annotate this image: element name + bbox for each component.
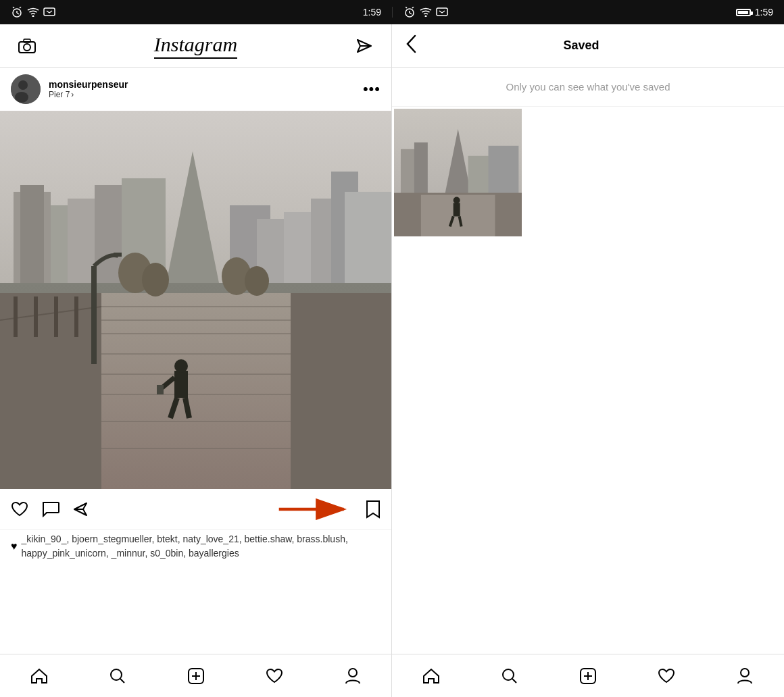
svg-line-69 xyxy=(120,679,124,683)
nav-search-right[interactable] xyxy=(470,654,549,697)
like-button[interactable] xyxy=(11,501,28,517)
camera-icon xyxy=(18,38,36,53)
svg-point-73 xyxy=(349,669,357,677)
time-left: 1:59 xyxy=(363,7,381,18)
svg-rect-48 xyxy=(14,296,18,337)
status-bar-left: 1:59 xyxy=(0,7,392,18)
svg-point-19 xyxy=(18,80,28,90)
nav-add-right[interactable] xyxy=(549,654,627,697)
saved-title: Saved xyxy=(430,38,733,53)
wifi-icon-right xyxy=(420,7,432,17)
svg-rect-50 xyxy=(54,296,58,337)
status-icons-right xyxy=(403,7,448,18)
avatar-image xyxy=(11,74,41,104)
user-avatar[interactable] xyxy=(11,74,41,104)
share-button[interactable] xyxy=(73,501,91,517)
nav-profile-right[interactable] xyxy=(706,654,784,697)
svg-rect-49 xyxy=(34,296,38,337)
post-username[interactable]: monsieurpenseur xyxy=(49,79,355,90)
post-actions xyxy=(0,489,391,530)
svg-point-91 xyxy=(741,669,749,677)
post-menu-button[interactable]: ••• xyxy=(363,80,381,98)
svg-point-15 xyxy=(24,44,30,51)
svg-line-2 xyxy=(17,13,19,14)
svg-point-12 xyxy=(425,16,427,18)
instagram-header: Instagram xyxy=(0,24,391,68)
add-icon xyxy=(187,667,205,685)
bottom-nav-right xyxy=(392,654,784,697)
svg-point-58 xyxy=(245,266,269,296)
svg-rect-13 xyxy=(437,8,447,16)
instagram-feed-panel: Instagram xyxy=(0,24,392,697)
avatar-silhouette xyxy=(11,74,41,104)
search-icon-right xyxy=(501,668,518,684)
svg-point-20 xyxy=(15,92,28,103)
send-icon xyxy=(356,38,372,53)
status-bar-right: 1:59 xyxy=(392,7,784,18)
alarm-icon xyxy=(11,7,23,18)
comment-button[interactable] xyxy=(42,501,59,517)
likes-text: _kikin_90_, bjoern_stegmueller, btekt, n… xyxy=(22,532,381,561)
svg-line-4 xyxy=(20,7,21,8)
svg-point-83 xyxy=(454,197,460,204)
svg-rect-37 xyxy=(95,293,297,489)
nav-profile[interactable] xyxy=(314,654,392,697)
svg-rect-16 xyxy=(24,39,30,43)
instagram-logo: Instagram xyxy=(41,33,351,59)
svg-rect-53 xyxy=(91,266,97,364)
nav-search[interactable] xyxy=(78,654,157,697)
nav-home[interactable] xyxy=(0,654,78,697)
saved-back-button[interactable] xyxy=(406,34,416,57)
svg-rect-64 xyxy=(157,385,164,394)
post-location[interactable]: Pier 7 › xyxy=(49,90,355,99)
post-photo-svg xyxy=(0,111,392,489)
post-location-text: Pier 7 xyxy=(49,90,70,99)
svg-line-10 xyxy=(406,7,407,8)
saved-item[interactable] xyxy=(394,109,522,236)
heart-icon xyxy=(11,501,28,517)
svg-line-3 xyxy=(13,7,14,8)
nav-home-right[interactable] xyxy=(392,654,470,697)
home-icon-right xyxy=(422,668,440,684)
saved-thumb-svg-1 xyxy=(394,109,522,236)
nav-activity[interactable] xyxy=(235,654,314,697)
camera-button[interactable] xyxy=(14,32,41,59)
svg-rect-51 xyxy=(74,296,78,337)
city-scene xyxy=(0,111,392,489)
svg-rect-52 xyxy=(291,293,392,489)
add-icon-right xyxy=(579,667,597,685)
saved-subtitle: Only you can see what you've saved xyxy=(392,68,784,107)
time-right: 1:59 xyxy=(755,7,773,18)
svg-rect-24 xyxy=(20,185,44,286)
heart-nav-icon-right xyxy=(658,668,675,684)
saved-panel: Saved Only you can see what you've saved xyxy=(392,24,784,697)
nav-activity-right[interactable] xyxy=(627,654,706,697)
instagram-logo-text: Instagram xyxy=(154,33,237,59)
profile-icon xyxy=(345,667,361,685)
back-chevron-icon xyxy=(406,34,416,53)
bookmark-button[interactable] xyxy=(366,500,381,519)
svg-point-60 xyxy=(174,359,188,373)
red-arrow-svg xyxy=(276,497,358,521)
home-icon xyxy=(30,668,48,684)
likes-row: ♥ _kikin_90_, bjoern_stegmueller, btekt,… xyxy=(11,532,381,561)
post-likes: ♥ _kikin_90_, bjoern_stegmueller, btekt,… xyxy=(0,530,391,654)
svg-rect-6 xyxy=(44,8,55,16)
saved-header: Saved xyxy=(392,24,784,68)
message-icon xyxy=(43,7,55,17)
svg-rect-82 xyxy=(454,203,460,217)
svg-rect-59 xyxy=(174,371,188,398)
saved-grid xyxy=(392,107,784,654)
nav-add[interactable] xyxy=(157,654,235,697)
bookmark-icon xyxy=(366,500,381,519)
post-image xyxy=(0,111,392,489)
svg-rect-35 xyxy=(345,192,392,286)
status-icons-left xyxy=(11,7,55,18)
search-icon xyxy=(109,668,126,684)
comment-icon xyxy=(42,501,59,517)
direct-messages-button[interactable] xyxy=(351,32,378,59)
svg-line-87 xyxy=(512,679,516,683)
status-bar: 1:59 xyxy=(0,0,784,24)
heart-filled-icon: ♥ xyxy=(11,538,18,554)
location-chevron: › xyxy=(71,90,74,99)
